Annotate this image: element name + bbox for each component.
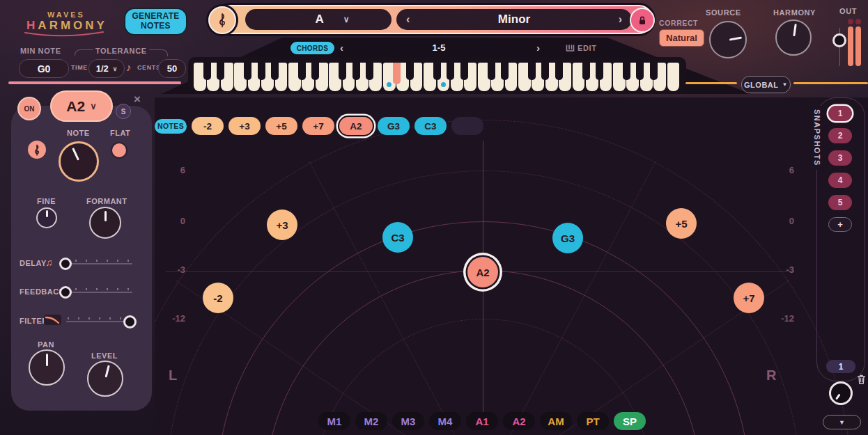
voice-tab-A1[interactable]: A1: [466, 412, 498, 430]
scale-lock-button[interactable]: [630, 8, 655, 33]
delay-sync-icon[interactable]: ♫: [45, 257, 53, 268]
black-key[interactable]: [339, 63, 346, 80]
snapshot-button-4[interactable]: 4: [828, 173, 852, 188]
voice-close-button[interactable]: ×: [134, 93, 141, 106]
black-key[interactable]: [555, 63, 563, 80]
cents-field[interactable]: 50: [158, 59, 186, 78]
note-chip-+3[interactable]: +3: [228, 117, 261, 135]
level-knob[interactable]: [87, 361, 123, 397]
chords-next-button[interactable]: ›: [536, 42, 540, 54]
delay-slider-handle[interactable]: [59, 258, 72, 270]
radar-node-G3[interactable]: G3: [552, 223, 583, 253]
scale-next-button[interactable]: ›: [619, 13, 622, 26]
voice-clef-badge[interactable]: [28, 141, 46, 159]
note-chip-empty[interactable]: [451, 117, 483, 135]
voice-on-button[interactable]: ON: [17, 97, 41, 120]
key-value: A: [315, 13, 323, 26]
formant-knob[interactable]: [89, 207, 121, 239]
black-key[interactable]: [217, 63, 224, 80]
black-key[interactable]: [366, 63, 373, 80]
harmony-knob[interactable]: [775, 19, 812, 56]
fine-knob[interactable]: [36, 207, 57, 228]
black-key[interactable]: [271, 63, 279, 80]
radar-right-channel-label: R: [766, 367, 776, 383]
black-key[interactable]: [244, 63, 251, 80]
note-knob[interactable]: [59, 141, 99, 182]
black-key[interactable]: [541, 63, 549, 80]
radar-node-+3[interactable]: +3: [267, 209, 297, 240]
voice-tab-A2[interactable]: A2: [503, 412, 535, 430]
pan-knob[interactable]: [29, 349, 65, 386]
chords-toggle[interactable]: CHORDS: [290, 42, 334, 54]
note-chip--2[interactable]: -2: [192, 117, 224, 135]
note-chip-+5[interactable]: +5: [265, 117, 297, 135]
voice-tab-M3[interactable]: M3: [392, 412, 424, 430]
min-note-field[interactable]: G0: [19, 59, 69, 78]
piano-keyboard[interactable]: [188, 57, 686, 94]
note-chip-C3[interactable]: C3: [414, 117, 447, 135]
black-key[interactable]: [311, 63, 319, 80]
black-key[interactable]: [501, 63, 509, 80]
brand-swoosh: [22, 31, 106, 38]
black-key[interactable]: [636, 63, 644, 80]
note-chip-+7[interactable]: +7: [302, 117, 334, 135]
snapshot-add-button[interactable]: +: [828, 217, 852, 232]
snapshot-button-2[interactable]: 2: [828, 128, 852, 143]
feedback-slider-handle[interactable]: [59, 286, 72, 299]
scale-prev-button[interactable]: ‹: [406, 13, 410, 26]
out-fader-handle[interactable]: [832, 33, 846, 47]
snapshot-button-3[interactable]: 3: [828, 150, 852, 166]
radar-node-+7[interactable]: +7: [734, 283, 764, 313]
black-key[interactable]: [203, 63, 211, 80]
out-meter-peak-right: [855, 19, 861, 24]
snapshot-morph-knob[interactable]: [829, 381, 853, 405]
voice-solo-button[interactable]: S: [116, 104, 131, 119]
black-key[interactable]: [582, 63, 590, 80]
voice-tab-AM[interactable]: AM: [540, 412, 572, 430]
black-key[interactable]: [596, 63, 603, 80]
edit-button[interactable]: EDIT: [578, 44, 596, 52]
trash-icon[interactable]: [857, 374, 866, 385]
black-key[interactable]: [528, 63, 536, 80]
black-key[interactable]: [650, 63, 658, 80]
brand-waves: WAVES: [28, 10, 104, 19]
note-chip-A2[interactable]: A2: [339, 117, 373, 135]
note-chip-G3[interactable]: G3: [378, 117, 410, 135]
black-key[interactable]: [352, 63, 360, 80]
filter-slider-track: [66, 321, 125, 322]
black-key[interactable]: [258, 63, 265, 80]
white-key[interactable]: [667, 63, 680, 91]
black-key[interactable]: [433, 63, 441, 80]
clef-badge[interactable]: [208, 6, 236, 34]
radar-node-C3[interactable]: C3: [382, 222, 413, 253]
radar-node--2[interactable]: -2: [203, 283, 233, 313]
black-key[interactable]: [406, 63, 414, 80]
voice-tab-M1[interactable]: M1: [318, 412, 350, 430]
black-key[interactable]: [488, 63, 495, 80]
time-dropdown[interactable]: 1/2 ∨: [88, 59, 125, 78]
chords-prev-button[interactable]: ‹: [340, 42, 343, 54]
voice-tab-M2[interactable]: M2: [355, 412, 387, 430]
black-key[interactable]: [623, 63, 630, 80]
black-key[interactable]: [298, 63, 306, 80]
filter-slider-handle[interactable]: [123, 315, 137, 329]
voice-tab-SP[interactable]: SP: [614, 412, 646, 430]
radar-node-+5[interactable]: +5: [666, 208, 697, 239]
global-label: GLOBAL: [744, 81, 778, 89]
black-key[interactable]: [447, 63, 454, 80]
black-key-highlighted[interactable]: [393, 63, 401, 84]
generate-notes-button[interactable]: GENERATE NOTES: [125, 9, 186, 34]
voice-tab-PT[interactable]: PT: [577, 412, 609, 430]
snapshot-button-5[interactable]: 5: [828, 195, 852, 210]
global-dropdown[interactable]: GLOBAL ▼: [741, 76, 791, 93]
panel-collapse-button[interactable]: ▼: [823, 415, 861, 429]
radar-node-A2[interactable]: A2: [467, 257, 498, 287]
correct-mode-button[interactable]: Natural: [659, 29, 704, 47]
key-dropdown[interactable]: A ∨: [245, 9, 392, 30]
voice-tab-M4[interactable]: M4: [429, 412, 461, 430]
voice-note-dropdown[interactable]: A2 ∨: [50, 90, 113, 122]
flat-toggle-button[interactable]: [111, 142, 127, 159]
black-key[interactable]: [460, 63, 468, 80]
source-knob[interactable]: [709, 21, 747, 58]
snapshot-button-1[interactable]: 1: [828, 106, 852, 121]
